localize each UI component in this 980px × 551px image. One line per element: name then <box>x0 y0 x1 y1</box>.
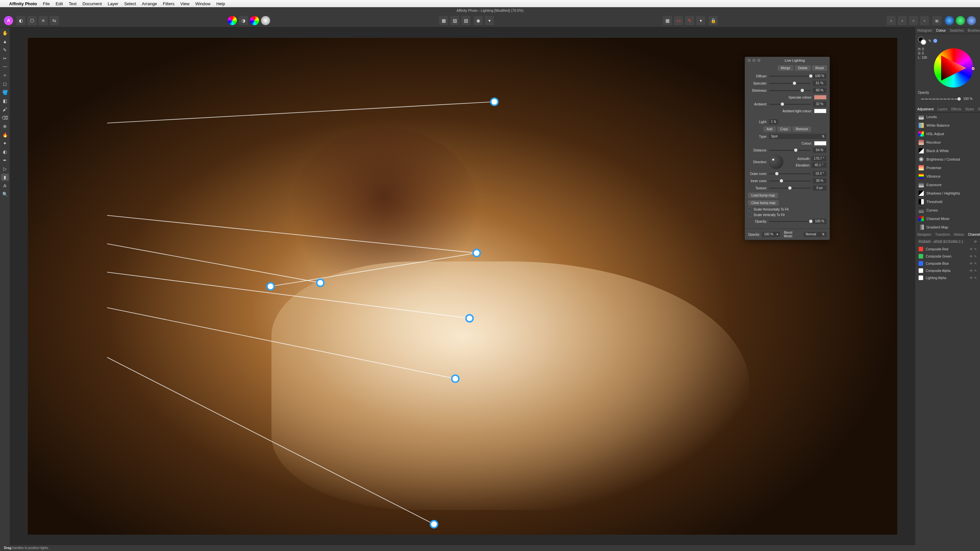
blend-mode-dropdown[interactable]: Normal⇅ <box>803 232 826 237</box>
adjustment-hsl-adjust[interactable]: HSL Adjust <box>915 130 980 138</box>
menu-document[interactable]: Document <box>82 1 102 6</box>
diffuse-slider[interactable] <box>769 76 811 77</box>
auto-levels-icon[interactable] <box>228 16 237 25</box>
arrange-front-icon[interactable]: ▫ <box>920 16 929 25</box>
menu-filters[interactable]: Filters <box>163 1 175 6</box>
channel-composite-red[interactable]: Composite Red👁✎ <box>915 246 980 252</box>
channel-composite-alpha[interactable]: Composite Alpha👁✎ <box>915 267 980 274</box>
remove-light-button[interactable]: Remove <box>792 126 811 132</box>
selection-brush-icon[interactable]: 〰 <box>1 64 9 70</box>
light-handle[interactable] <box>317 279 324 286</box>
menu-view[interactable]: View <box>180 1 189 6</box>
azimuth-value[interactable]: 170.7 ° <box>811 156 826 161</box>
arrange-forward-icon[interactable]: ▫ <box>909 16 918 25</box>
light-handle[interactable] <box>431 521 438 528</box>
snap-icon[interactable]: ▭ <box>674 16 683 25</box>
canvas[interactable]: Live Lighting Merge Delete Reset Diffuse… <box>10 27 915 545</box>
direction-widget[interactable] <box>769 155 783 169</box>
adjustment-brightness-contrast[interactable]: Brightness / Contrast <box>915 155 980 164</box>
tab-channels[interactable]: Channels <box>966 232 980 238</box>
menu-layer[interactable]: Layer <box>108 1 119 6</box>
light-handle[interactable] <box>452 375 459 382</box>
adjustment-gradient-map[interactable]: Gradient Map <box>915 223 980 232</box>
hand-tool-icon[interactable]: ✋ <box>1 29 9 37</box>
specular-slider[interactable] <box>769 83 811 84</box>
dropdown-icon[interactable]: ▾ <box>485 16 494 25</box>
merge-button[interactable]: Merge <box>778 65 794 71</box>
tab-stock[interactable]: Stock <box>976 106 980 112</box>
distance-value[interactable]: 64 % <box>813 148 826 153</box>
adjustment-exposure[interactable]: Exposure <box>915 181 980 189</box>
tab-layers[interactable]: Layers <box>935 106 949 112</box>
panel-traffic-lights[interactable] <box>748 59 760 62</box>
quickmask-icon[interactable]: ◉ <box>474 16 483 25</box>
clone-tool-icon[interactable]: ⊕ <box>1 123 9 130</box>
help-toolbar-icon[interactable] <box>967 16 976 25</box>
light-handle[interactable] <box>473 249 480 257</box>
elevation-value[interactable]: 45.1 ° <box>811 162 826 168</box>
outer-cone-slider[interactable] <box>769 173 811 174</box>
selection-intersect-icon[interactable]: ▧ <box>461 16 470 25</box>
colour-mode-icon[interactable] <box>933 39 937 43</box>
specular-colour-swatch[interactable] <box>814 95 826 100</box>
edit-icon[interactable]: ✎ <box>974 248 977 251</box>
copy-light-button[interactable]: Copy <box>777 126 791 132</box>
distance-slider[interactable] <box>769 150 811 151</box>
colour-opacity-slider[interactable] <box>921 98 959 100</box>
dodge-tool-icon[interactable]: ◐ <box>1 148 9 156</box>
auto-contrast-icon[interactable]: ◑ <box>239 16 248 25</box>
shininess-value[interactable]: 80 % <box>813 88 826 93</box>
hue-handle[interactable] <box>972 67 974 70</box>
visibility-icon[interactable]: 👁 <box>970 255 973 258</box>
menu-edit[interactable]: Edit <box>56 1 63 6</box>
panel-opacity-value[interactable]: 100 % <box>813 219 826 224</box>
delete-button[interactable]: Delete <box>795 65 811 71</box>
specular-value[interactable]: 61 % <box>813 81 826 86</box>
pen-tool-icon[interactable]: ✒ <box>1 157 9 164</box>
adjustment-levels[interactable]: Levels <box>915 113 980 121</box>
adjustment-recolour[interactable]: Recolour <box>915 138 980 146</box>
inner-cone-value[interactable]: 30 % <box>813 178 826 183</box>
outer-cone-value[interactable]: 19.3 ° <box>813 171 826 176</box>
menu-select[interactable]: Select <box>124 1 136 6</box>
tab-navigator[interactable]: Navigator <box>915 232 933 238</box>
move-tool-icon[interactable]: ▲ <box>1 38 9 45</box>
type-dropdown[interactable]: Spot⇅ <box>769 134 826 139</box>
colour-swatch[interactable] <box>814 141 826 146</box>
edit-icon[interactable]: ✎ <box>974 255 977 258</box>
lock-icon[interactable]: 🔒 <box>708 16 718 25</box>
sync-icon[interactable] <box>956 16 965 25</box>
eyedropper-icon[interactable]: ✎ <box>928 39 931 43</box>
auto-wb-icon[interactable] <box>261 16 270 25</box>
menu-text[interactable]: Text <box>69 1 77 6</box>
adjustment-posterise[interactable]: Posterise <box>915 164 980 172</box>
colour-opacity-value[interactable]: 100 % <box>961 96 975 102</box>
persona-photo-icon[interactable]: ◐ <box>16 16 25 25</box>
adjustment-channel-mixer[interactable]: Channel Mixer <box>915 214 980 223</box>
visibility-icon[interactable]: 👁 <box>970 262 973 265</box>
tab-colour[interactable]: Colour <box>934 27 948 33</box>
panel-opacity-slider[interactable] <box>769 221 811 222</box>
assist-dropdown-icon[interactable]: ▾ <box>696 16 705 25</box>
tab-histogram[interactable]: Histogram <box>915 27 934 33</box>
assist-icon[interactable]: ✎ <box>685 16 694 25</box>
ambient-colour-swatch[interactable] <box>814 109 826 113</box>
adjustment-white-balance[interactable]: White Balance <box>915 121 980 130</box>
colour-wheel[interactable] <box>934 48 973 87</box>
align-icon[interactable]: ≣ <box>932 16 942 25</box>
inpaint-tool-icon[interactable]: ✦ <box>1 140 9 147</box>
erase-tool-icon[interactable]: ⌫ <box>1 114 9 121</box>
edit-icon[interactable]: ✎ <box>974 276 977 280</box>
stepper-icon[interactable]: ⇅ <box>773 119 776 124</box>
auto-colour-icon[interactable] <box>250 16 259 25</box>
refresh-icon[interactable]: ⟳ <box>974 240 977 243</box>
zoom-tool-icon[interactable]: 🔍 <box>1 191 9 198</box>
tab-effects[interactable]: Effects <box>949 106 963 112</box>
brush-tool-icon[interactable]: 🖌 <box>1 106 9 113</box>
reset-button[interactable]: Reset <box>812 65 827 71</box>
footer-opacity-dropdown[interactable]: 100 %▾ <box>762 232 780 237</box>
adjustment-shadows-highlights[interactable]: Shadows / Highlights <box>915 189 980 197</box>
persona-develop-icon[interactable]: ≡ <box>38 16 48 25</box>
ambient-value[interactable]: 32 % <box>813 102 826 107</box>
light-handle[interactable] <box>491 98 498 105</box>
